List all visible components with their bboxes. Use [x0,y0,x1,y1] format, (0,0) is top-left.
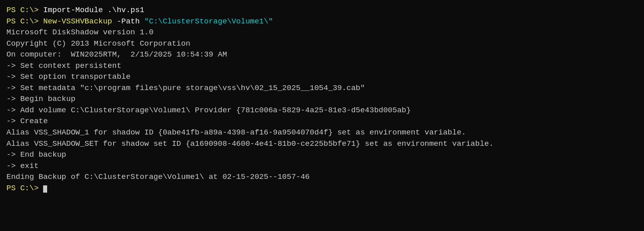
line-set-metadata: -> Set metadata "c:\program files\pure s… [6,83,638,94]
line-set-context: -> Set context persistent [6,61,638,72]
line-alias1: Alias VSS_SHADOW_1 for shadow ID {0abe41… [6,127,638,139]
line-begin-backup: -> Begin backup [6,94,638,105]
line-alias2: Alias VSS_SHADOW_SET for shadow set ID {… [6,139,638,150]
terminal-window: PS C:\> Import-Module .\hv.ps1PS C:\> Ne… [6,5,638,226]
line-copyright: Copyright (C) 2013 Microsoft Corporation [6,38,638,50]
line-prompt: PS C:\> [6,183,638,194]
line-create: -> Create [6,116,638,127]
line-add-volume: -> Add volume C:\ClusterStorage\Volume1\… [6,105,638,116]
line-computer: On computer: WIN2025RTM, 2/15/2025 10:54… [6,49,638,61]
line-exit: -> exit [6,161,638,172]
line-end-backup: -> End backup [6,149,638,161]
line-ending: Ending Backup of C:\ClusterStorage\Volum… [6,172,638,183]
line-set-option: -> Set option transportable [6,71,638,83]
terminal-cursor [43,185,47,193]
line-import: PS C:\> Import-Module .\hv.ps1 [6,5,638,16]
line-new-vss: PS C:\> New-VSSHVBackup -Path "C:\Cluste… [6,16,638,27]
line-diskshadow: Microsoft DiskShadow version 1.0 [6,27,638,38]
